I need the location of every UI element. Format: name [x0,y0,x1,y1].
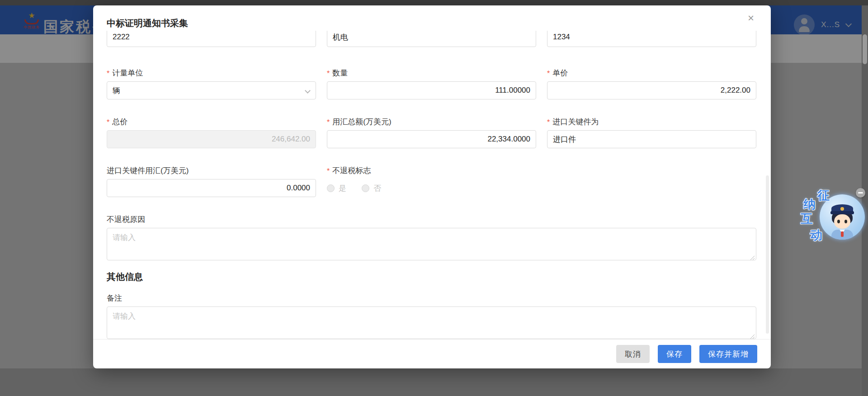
field-3-input[interactable] [547,31,756,47]
no-refund-reason-textarea[interactable] [107,228,756,260]
form-row-3: * 总价 * 用汇总额(万美元) * 进口关键件为 [107,117,756,148]
form-row-4: 进口关键件用汇(万美元) * 不退税标志 是 [107,165,756,197]
dialog-scrollbar-thumb[interactable] [766,175,769,334]
dialog-footer: 取消 保存 保存并新增 [93,339,771,368]
total-price-label: * 总价 [107,117,316,127]
total-price-input-disabled [107,130,316,148]
required-marker: * [327,167,330,175]
import-key-forex-label: 进口关键件用汇(万美元) [107,165,316,175]
no-refund-flag-radio-group: 是 否 [327,179,536,197]
save-button[interactable]: 保存 [658,345,691,363]
import-key-part-input[interactable] [547,130,756,148]
no-refund-reason-label: 不退税原因 [107,214,756,224]
forex-total-input[interactable] [327,130,536,148]
no-refund-reason-block: 不退税原因 [107,214,756,262]
mascot-face [834,214,850,229]
close-icon[interactable]: × [745,12,757,24]
no-refund-flag-label: * 不退税标志 [327,165,536,175]
radio-circle-icon [362,184,369,192]
minus-icon [858,192,863,193]
radio-yes: 是 [327,183,346,193]
required-marker: * [327,70,330,78]
required-marker: * [107,118,109,127]
unit-label: * 计量单位 [107,68,316,78]
unit-select-value[interactable] [107,81,316,99]
mascot-eye [837,220,840,223]
widget-char-dong: 动 [810,227,822,243]
remark-block: 备注 [107,293,756,339]
dialog-header: 中标证明通知书采集 × [93,5,771,31]
import-key-forex-input[interactable] [107,179,316,197]
remark-textarea[interactable] [107,306,756,339]
mascot-hat-band [830,211,854,214]
widget-char-hu: 互 [801,211,813,227]
required-marker: * [327,118,330,127]
required-marker: * [547,118,550,127]
remark-label: 备注 [107,293,756,303]
cancel-button[interactable]: 取消 [616,345,650,363]
field-2-input[interactable] [327,31,536,47]
dialog-body: * 计量单位 * 数量 * [107,31,756,339]
quantity-input[interactable] [327,81,536,99]
widget-char-zheng: 征 [817,187,830,203]
unit-select[interactable] [107,81,316,99]
required-marker: * [547,70,550,78]
section-title-other-info: 其他信息 [107,271,756,282]
radio-no: 否 [362,183,381,193]
radio-circle-icon [327,184,335,192]
mascot-hat-emblem [840,207,844,211]
widget-minimize-button[interactable] [856,188,865,198]
page: ★ 中国税务 国家税务总局 X...S 中标证明通知书采集 × [0,0,868,396]
required-marker: * [107,70,109,78]
unit-price-label: * 单价 [547,68,756,78]
tax-interaction-widget[interactable]: 征 纳 互 动 [799,184,868,248]
widget-char-na: 纳 [803,196,816,212]
dialog-title: 中标证明通知书采集 [107,17,188,29]
dialog-win-bid-notice-collection: 中标证明通知书采集 × * 计 [93,5,771,368]
import-key-part-label: * 进口关键件为 [547,117,756,127]
forex-total-label: * 用汇总额(万美元) [327,117,536,127]
quantity-label: * 数量 [327,68,536,78]
field-1-input[interactable] [107,31,316,47]
form-row-1 [107,31,756,47]
mascot-eye [844,220,847,223]
form-row-2: * 计量单位 * 数量 * [107,68,756,99]
save-and-new-button[interactable]: 保存并新增 [699,345,757,363]
unit-price-input[interactable] [547,81,756,99]
page-scrollbar-thumb[interactable] [863,34,867,64]
mascot-tie [841,231,844,237]
